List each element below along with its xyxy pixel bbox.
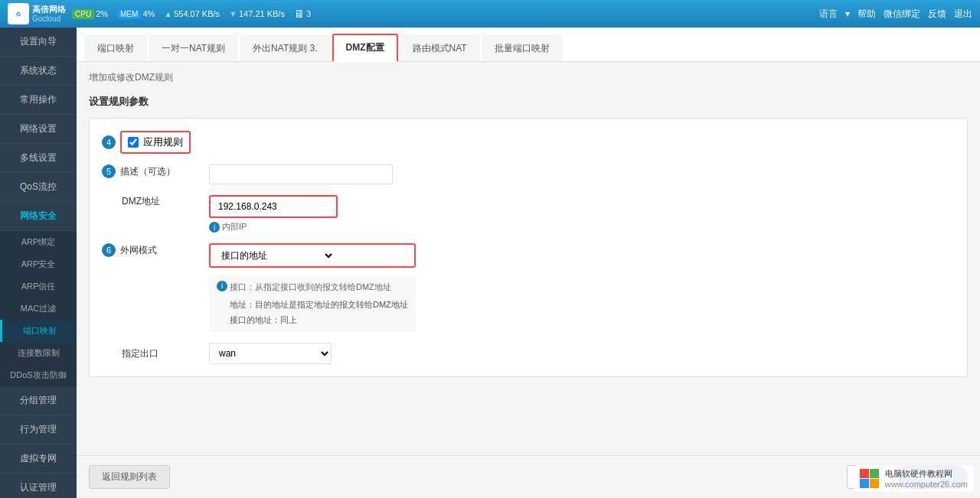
sidebar-item-vpn[interactable]: 虚拟专网 (0, 444, 77, 474)
sidebar-item-qos[interactable]: QoS流控 (0, 173, 77, 202)
dmz-hint-text: 内部IP (222, 221, 247, 233)
out-port-select[interactable]: wan (209, 343, 332, 364)
form-row-apply-rule: 4 应用规则 (102, 131, 955, 154)
logo: G 高倍网络 Gocloud (8, 3, 66, 24)
section-title: 设置规则参数 (89, 95, 968, 109)
sidebar-item-network[interactable]: 网络设置 (0, 115, 77, 144)
sidebar-item-auth[interactable]: 认证管理 (0, 474, 77, 498)
logo-text-cn: 高倍网络 (32, 5, 66, 14)
step6-number: 6 (102, 243, 116, 257)
feedback-btn[interactable]: 反馈 (928, 8, 946, 21)
step4-number: 4 (102, 135, 116, 149)
tab-one2one-nat[interactable]: 一对一NAT规则 (149, 35, 238, 61)
cpu-badge: CPU (72, 9, 94, 19)
sidebar-sub-conn-limit[interactable]: 连接数限制 (0, 342, 77, 364)
hint-text3-row: 接口的地址：同上 (217, 313, 408, 328)
sidebar-item-common[interactable]: 常用操作 (0, 86, 77, 115)
sidebar-item-behavior[interactable]: 行为管理 (0, 415, 77, 444)
hint-icon-2: i (217, 281, 227, 291)
dmz-address-label: DMZ地址 (122, 196, 160, 207)
tab-port-map[interactable]: 端口映射 (84, 35, 147, 61)
cpu-stat: CPU 2% (72, 9, 108, 19)
out-port-label: 指定出口 (122, 347, 214, 360)
tab-dmz[interactable]: DMZ配置 (332, 34, 398, 62)
topbar-left: G 高倍网络 Gocloud CPU 2% MEM 4% ▲ 554.07 KB… (8, 3, 311, 24)
hint-text1: 接口：从指定接口收到的报文转给DMZ地址 (230, 280, 391, 295)
content-body: 增加或修改DMZ规则 设置规则参数 4 应用规则 5 (77, 62, 980, 455)
sidebar-sub-ddos[interactable]: DDoS攻击防御 (0, 364, 77, 386)
dmz-input-wrapper (209, 195, 338, 218)
outer-mode-control: 接口的地址 目的地址 同上 i 接口：从指定接口收到的报文转给DMZ地址 (209, 243, 416, 332)
mem-stat: MEM 4% (117, 9, 155, 19)
sidebar-sub-port-map[interactable]: 端口映射 (0, 320, 77, 342)
topbar-right: 语言▾ 帮助 微信绑定 反馈 退出 (819, 8, 972, 21)
back-button[interactable]: 返回规则列表 (89, 465, 170, 489)
wechat-btn[interactable]: 微信绑定 (884, 8, 920, 21)
description-label: 描述（可选） (120, 165, 175, 178)
watermark-text1: 电脑软硬件教程网 (885, 468, 968, 480)
description-input[interactable] (209, 164, 393, 184)
mem-value: 4% (142, 9, 155, 18)
cpu-value: 2% (96, 9, 108, 18)
watermark-text: 电脑软硬件教程网 www.computer26.com (885, 468, 968, 489)
upload-value: 554.07 KB/s (174, 9, 220, 18)
topbar-stats: CPU 2% MEM 4% ▲ 554.07 KB/s ▼ 147.21 KB/… (72, 8, 311, 20)
logout-btn[interactable]: 退出 (954, 8, 972, 21)
description-control (209, 164, 393, 184)
download-value: 147.21 KB/s (239, 9, 285, 18)
step5-number: 5 (102, 164, 116, 178)
sessions-stat: 🖥 3 (294, 8, 311, 20)
lang-btn[interactable]: 语言 (819, 8, 838, 21)
dmz-address-input[interactable] (212, 198, 335, 215)
apply-rule-checkbox[interactable] (128, 137, 139, 148)
sessions-value: 3 (306, 9, 311, 18)
help-btn[interactable]: 帮助 (858, 8, 876, 21)
form-row-outer-mode: 6 外网模式 接口的地址 目的地址 同上 (102, 243, 955, 332)
wm-green (870, 469, 879, 478)
logo-text-en: Gocloud (32, 15, 66, 23)
tabs-bar: 端口映射 一对一NAT规则 外出NAT规则 3. DMZ配置 路由模式NAT 批… (77, 28, 980, 62)
tab-route-nat[interactable]: 路由模式NAT (400, 35, 480, 61)
dmz-address-control: i 内部IP (209, 195, 338, 233)
wm-blue (860, 479, 869, 488)
tab-out-nat[interactable]: 外出NAT规则 3. (240, 35, 330, 61)
watermark-text2: www.computer26.com (885, 480, 968, 489)
form-row-out-port: 指定出口 i wan (102, 343, 955, 364)
upload-stat: ▲ 554.07 KB/s (164, 9, 220, 18)
wm-orange (870, 479, 879, 488)
sidebar-sub-arp-security[interactable]: ARP安全 (0, 253, 77, 275)
watermark-icon (860, 469, 879, 488)
sidebar-sub-mac-filter[interactable]: MAC过滤 (0, 298, 77, 320)
form-row-description: 5 描述（可选） (102, 164, 955, 184)
sidebar-sub-arp-trust[interactable]: ARP信任 (0, 275, 77, 298)
sidebar-item-multiline[interactable]: 多线设置 (0, 144, 77, 173)
outer-mode-select[interactable]: 接口的地址 目的地址 同上 (212, 246, 335, 265)
hint-text2-row: 地址：目的地址是指定地址的报文转给DMZ地址 (217, 298, 408, 313)
outer-mode-hint-block: i 接口：从指定接口收到的报文转给DMZ地址 地址：目的地址是指定地址的报文转给… (209, 275, 416, 332)
sidebar-item-setup[interactable]: 设置向导 (0, 28, 77, 57)
sidebar-item-group[interactable]: 分组管理 (0, 386, 77, 415)
download-stat: ▼ 147.21 KB/s (229, 9, 285, 18)
out-port-control: wan (209, 343, 332, 364)
outer-mode-select-wrapper: 接口的地址 目的地址 同上 (209, 243, 416, 268)
sidebar: 设置向导 系统状态 常用操作 网络设置 多线设置 QoS流控 网络安全 ARP绑… (0, 28, 77, 498)
watermark: 电脑软硬件教程网 www.computer26.com (854, 465, 974, 492)
hint-text2: 地址：目的地址是指定地址的报文转给DMZ地址 (230, 300, 408, 309)
tab-batch-port[interactable]: 批量端口映射 (482, 35, 563, 61)
logo-icon: G (8, 3, 29, 24)
hint-text3: 接口的地址：同上 (230, 315, 297, 324)
form-section: 4 应用规则 5 描述（可选） (89, 118, 968, 377)
sidebar-sub-arp-bind[interactable]: ARP绑定 (0, 231, 77, 253)
mem-badge: MEM (117, 9, 141, 19)
apply-rule-label: 应用规则 (143, 135, 183, 149)
outer-mode-hint-1: i 接口：从指定接口收到的报文转给DMZ地址 (217, 280, 408, 295)
outer-mode-label: 外网模式 (120, 244, 157, 257)
logo-icon-text: G (16, 11, 21, 18)
topbar: G 高倍网络 Gocloud CPU 2% MEM 4% ▲ 554.07 KB… (0, 0, 980, 28)
main-layout: 设置向导 系统状态 常用操作 网络设置 多线设置 QoS流控 网络安全 ARP绑… (0, 28, 980, 498)
form-row-dmz-address: DMZ地址 i 内部IP (102, 195, 955, 233)
sidebar-item-security[interactable]: 网络安全 (0, 202, 77, 231)
sidebar-item-status[interactable]: 系统状态 (0, 57, 77, 86)
action-bar: 返回规则列表 清除 保存&应用 (77, 455, 980, 498)
wm-red (860, 469, 869, 478)
